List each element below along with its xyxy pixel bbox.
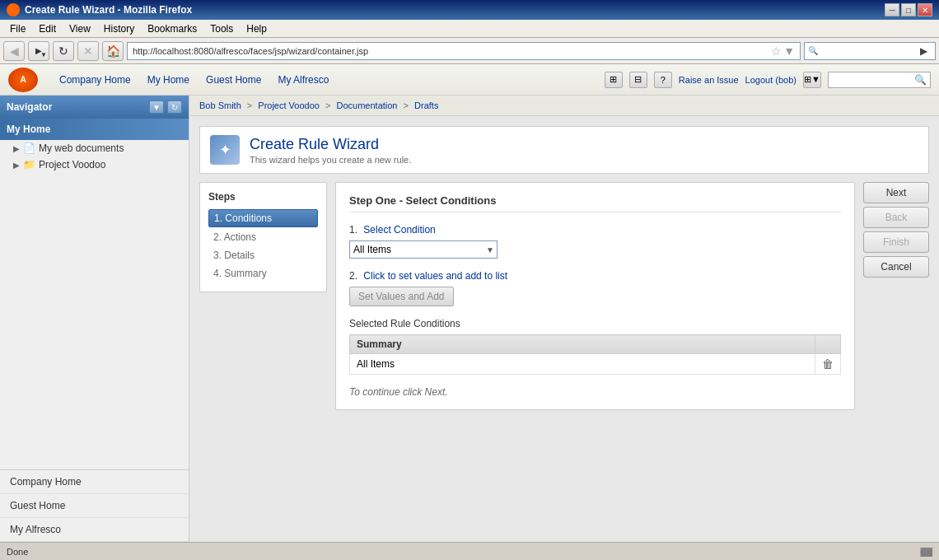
tree-item-label-2: Project Voodoo	[39, 159, 105, 170]
set-values-label[interactable]: 2. Click to set values and add to list	[349, 270, 841, 282]
continue-text: To continue click Next.	[349, 386, 841, 398]
stop-button[interactable]: ✕	[77, 41, 99, 61]
title-bar-left: Create Rule Wizard - Mozilla Firefox	[7, 3, 192, 16]
wizard-subtitle: This wizard helps you create a new rule.	[250, 155, 411, 165]
selected-conditions-title: Selected Rule Conditions	[349, 318, 841, 329]
icon-btn-1[interactable]: ⊞	[605, 72, 623, 88]
home-button[interactable]: 🏠	[102, 41, 124, 61]
set-values-button[interactable]: Set Values and Add	[349, 287, 454, 306]
wizard-main-content: Step One - Select Conditions 1. Select C…	[335, 182, 855, 410]
sidebar-collapse-button[interactable]: ▼	[149, 100, 164, 114]
menu-bar: File Edit View History Bookmarks Tools H…	[0, 20, 939, 38]
address-bar[interactable]: http://localhost:8080/alfresco/faces/jsp…	[127, 42, 801, 60]
search-bar: 🔍 ▶	[804, 42, 936, 60]
title-bar: Create Rule Wizard - Mozilla Firefox ─ □…	[0, 0, 939, 20]
sidebar-header: Navigator ▼ ↻	[0, 96, 189, 119]
raise-issue-link[interactable]: Raise an Issue	[679, 75, 739, 85]
breadcrumb-documentation[interactable]: Documentation	[337, 100, 398, 110]
sidebar-my-home[interactable]: My Home	[0, 119, 189, 140]
breadcrumb-project-voodoo[interactable]: Project Voodoo	[258, 100, 320, 110]
set-values-label-text: Click to set values and add to list	[363, 270, 507, 282]
forward-button[interactable]: ▶ ▼	[28, 41, 49, 61]
sidebar-item-my-web-documents[interactable]: ▶ 📄 My web documents	[0, 140, 189, 156]
step-title: Step One - Select Conditions	[349, 194, 841, 212]
nav-bar: ◀ ▶ ▼ ↻ ✕ 🏠 http://localhost:8080/alfres…	[0, 38, 939, 64]
sidebar-refresh-button[interactable]: ↻	[167, 100, 182, 114]
search-engine-icon: 🔍	[808, 46, 818, 55]
step-details[interactable]: 3. Details	[208, 247, 318, 264]
back-button[interactable]: ◀	[3, 41, 25, 61]
form-step-2: 2. Click to set values and add to list S…	[349, 270, 841, 306]
table-cell-all-items: All Items	[350, 354, 815, 375]
menu-help[interactable]: Help	[240, 21, 273, 36]
summary-column-header: Summary	[350, 335, 815, 354]
maximize-button[interactable]: □	[901, 3, 916, 16]
selected-conditions: Selected Rule Conditions Summary All	[349, 318, 841, 375]
form-step-1: 1. Select Condition All Items Content of…	[349, 224, 841, 259]
sidebar-item-project-voodoo[interactable]: ▶ 📁 Project Voodoo	[0, 156, 189, 173]
status-bar: Done ▓▓	[0, 542, 939, 560]
finish-button[interactable]: Finish	[863, 231, 929, 253]
sidebar-bottom: Company Home Guest Home My Alfresco	[0, 469, 189, 542]
menu-tools[interactable]: Tools	[203, 21, 240, 36]
window-controls[interactable]: ─ □ ✕	[885, 3, 932, 16]
main-layout: Navigator ▼ ↻ My Home ▶ 📄 My web documen…	[0, 96, 939, 542]
app-nav-links: Company Home My Home Guest Home My Alfre…	[51, 71, 337, 89]
header-search-icon[interactable]: 🔍	[914, 74, 927, 86]
alfresco-logo: A	[8, 68, 38, 92]
cancel-button[interactable]: Cancel	[863, 256, 929, 278]
step-conditions[interactable]: 1. Conditions	[208, 209, 318, 227]
wizard-title: Create Rule Wizard	[250, 136, 411, 153]
refresh-button[interactable]: ↻	[53, 41, 74, 61]
help-button[interactable]: ?	[654, 72, 672, 88]
menu-history[interactable]: History	[97, 21, 141, 36]
nav-company-home[interactable]: Company Home	[51, 71, 139, 89]
url-text: http://localhost:8080/alfresco/faces/jsp…	[133, 46, 768, 56]
wizard-icon: ✦	[210, 135, 240, 165]
header-search-input[interactable]	[832, 75, 914, 85]
nav-guest-home[interactable]: Guest Home	[198, 71, 269, 89]
select-condition-label[interactable]: 1. Select Condition	[349, 224, 841, 236]
sidebar-bottom-guest-home[interactable]: Guest Home	[0, 494, 189, 518]
minimize-button[interactable]: ─	[885, 3, 899, 16]
logout-link[interactable]: Logout (bob)	[745, 75, 797, 85]
select-condition-text: Select Condition	[363, 224, 435, 236]
sidebar-title: Navigator	[7, 101, 52, 113]
status-text: Done	[7, 547, 920, 557]
nav-my-home[interactable]: My Home	[139, 71, 198, 89]
next-button[interactable]: Next	[863, 182, 929, 203]
breadcrumb-drafts[interactable]: Drafts	[414, 100, 438, 110]
back-button-wizard[interactable]: Back	[863, 207, 929, 228]
close-button[interactable]: ✕	[918, 3, 932, 16]
breadcrumb: Bob Smith > Project Voodoo > Documentati…	[189, 96, 939, 116]
sidebar-bottom-company-home[interactable]: Company Home	[0, 470, 189, 494]
condition-select[interactable]: All Items Content of type or sub-type Ha…	[349, 240, 498, 259]
table-row: All Items 🗑	[350, 354, 841, 375]
sidebar-controls: ▼ ↻	[149, 100, 182, 114]
menu-edit[interactable]: Edit	[32, 21, 63, 36]
bookmark-star[interactable]: ☆	[771, 44, 782, 58]
search-go-button[interactable]: ▶	[920, 45, 927, 57]
steps-title: Steps	[208, 191, 318, 203]
step-summary[interactable]: 4. Summary	[208, 265, 318, 282]
condition-select-wrapper: All Items Content of type or sub-type Ha…	[349, 240, 498, 259]
icon-btn-2[interactable]: ⊟	[629, 72, 647, 88]
header-search: 🔍	[828, 72, 931, 88]
actions-column-header	[815, 335, 841, 354]
delete-row-button[interactable]: 🗑	[822, 357, 834, 371]
sidebar: Navigator ▼ ↻ My Home ▶ 📄 My web documen…	[0, 96, 189, 542]
menu-view[interactable]: View	[63, 21, 97, 36]
wizard-header-text: Create Rule Wizard This wizard helps you…	[250, 136, 411, 165]
breadcrumb-bob-smith[interactable]: Bob Smith	[199, 100, 241, 110]
nav-my-alfresco[interactable]: My Alfresco	[269, 71, 337, 89]
browser-search-input[interactable]	[821, 46, 920, 56]
bookmark-star2[interactable]: ▼	[783, 44, 795, 58]
menu-file[interactable]: File	[3, 21, 32, 36]
step-actions[interactable]: 2. Actions	[208, 229, 318, 245]
folder-icon-2: 📁	[23, 159, 35, 170]
menu-bookmarks[interactable]: Bookmarks	[141, 21, 203, 36]
view-options-button[interactable]: ⊞▼	[803, 72, 821, 88]
tree-toggle-icon-2: ▶	[13, 161, 20, 170]
conditions-table: Summary All Items 🗑	[349, 334, 841, 375]
sidebar-bottom-my-alfresco[interactable]: My Alfresco	[0, 518, 189, 542]
